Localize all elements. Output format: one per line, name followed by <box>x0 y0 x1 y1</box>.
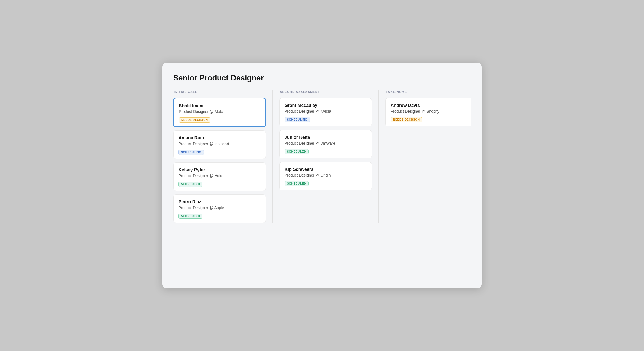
candidate-role: Product Designer @ Instacart <box>178 142 261 146</box>
column-header-initial-call: INITIAL CALL <box>173 90 266 93</box>
candidate-name: Kip Schweers <box>285 167 367 172</box>
candidate-card[interactable]: Andrew DavisProduct Designer @ ShopifyNE… <box>385 98 471 126</box>
candidate-card[interactable]: Kip SchweersProduct Designer @ OriginSCH… <box>279 162 372 190</box>
candidate-card[interactable]: Pedro DíazProduct Designer @ AppleSCHEDU… <box>173 194 266 223</box>
candidate-name: Andrew Davis <box>391 103 471 108</box>
column-divider <box>272 90 273 223</box>
status-badge: NEEDS DECISION <box>179 117 210 123</box>
kanban-board: INITIAL CALLKhalil ImaniProduct Designer… <box>173 90 471 223</box>
status-badge: SCHEDULING <box>178 150 204 155</box>
candidate-name: Kelsey Ryter <box>178 168 261 172</box>
candidate-role: Product Designer @ Hulu <box>178 174 261 178</box>
status-badge: SCHEDULED <box>285 149 309 154</box>
candidate-role: Product Designer @ Meta <box>179 109 260 114</box>
candidate-card[interactable]: Grant MccauleyProduct Designer @ NvidiaS… <box>279 98 372 126</box>
candidate-card[interactable]: Khalil ImaniProduct Designer @ MetaNEEDS… <box>173 98 266 127</box>
column-take-home: TAKE-HOMEAndrew DavisProduct Designer @ … <box>385 90 471 223</box>
candidate-role: Product Designer @ Shopify <box>391 109 471 114</box>
candidate-name: Anjana Ram <box>178 136 261 141</box>
cards-take-home: Andrew DavisProduct Designer @ ShopifyNE… <box>385 98 471 126</box>
candidate-role: Product Designer @ Nvidia <box>285 109 367 114</box>
status-badge: SCHEDULED <box>178 214 202 219</box>
candidate-role: Product Designer @ Origin <box>285 173 367 177</box>
app-window: Senior Product Designer INITIAL CALLKhal… <box>162 63 482 288</box>
column-initial-call: INITIAL CALLKhalil ImaniProduct Designer… <box>173 90 272 223</box>
candidate-role: Product Designer @ VmWare <box>285 141 367 145</box>
page-title: Senior Product Designer <box>173 74 471 82</box>
candidate-name: Pedro Díaz <box>178 199 261 204</box>
candidate-role: Product Designer @ Apple <box>178 206 261 210</box>
cards-initial-call: Khalil ImaniProduct Designer @ MetaNEEDS… <box>173 98 266 223</box>
status-badge: SCHEDULED <box>285 181 309 186</box>
candidate-card[interactable]: Kelsey RyterProduct Designer @ HuluSCHED… <box>173 162 266 191</box>
candidate-name: Khalil Imani <box>179 103 260 108</box>
column-divider <box>378 90 379 223</box>
status-badge: SCHEDULING <box>285 117 310 122</box>
status-badge: SCHEDULED <box>178 182 202 187</box>
column-second-assessment: SECOND ASSESSMENTGrant MccauleyProduct D… <box>279 90 378 223</box>
candidate-card[interactable]: Anjana RamProduct Designer @ InstacartSC… <box>173 130 266 159</box>
candidate-name: Grant Mccauley <box>285 103 367 108</box>
column-header-second-assessment: SECOND ASSESSMENT <box>279 90 372 93</box>
column-header-take-home: TAKE-HOME <box>385 90 471 93</box>
candidate-card[interactable]: Junior KeitaProduct Designer @ VmWareSCH… <box>279 130 372 158</box>
candidate-name: Junior Keita <box>285 135 367 140</box>
cards-second-assessment: Grant MccauleyProduct Designer @ NvidiaS… <box>279 98 372 190</box>
status-badge: NEEDS DECISION <box>391 117 422 122</box>
